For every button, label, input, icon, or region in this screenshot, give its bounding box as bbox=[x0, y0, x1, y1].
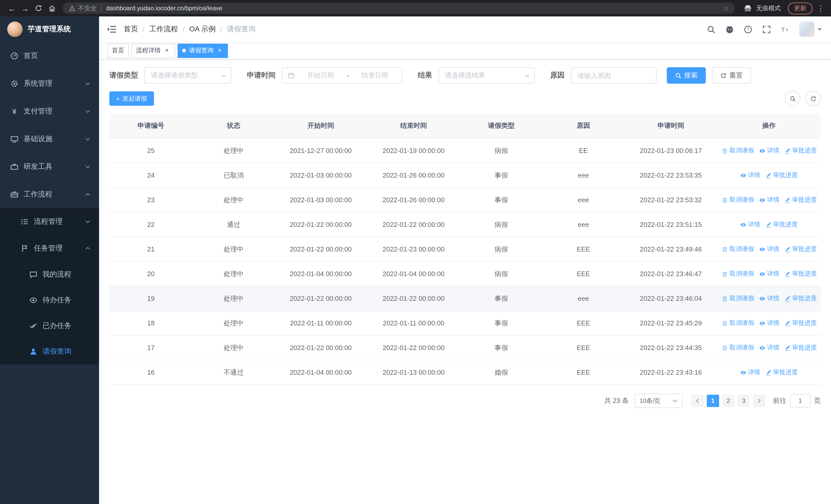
search-button[interactable]: 搜索 bbox=[667, 67, 706, 84]
close-icon[interactable]: × bbox=[216, 47, 223, 54]
goto-page-input[interactable] bbox=[790, 394, 810, 408]
action-label: 取消请假 bbox=[729, 319, 754, 327]
cancel-leave-link[interactable]: 取消请假 bbox=[722, 146, 754, 155]
refresh-table-button[interactable] bbox=[805, 91, 821, 106]
leave-type-select[interactable]: 请选择请假类型 bbox=[144, 67, 231, 84]
sidebar-item-label: 流程管理 bbox=[34, 217, 85, 226]
reset-button[interactable]: 重置 bbox=[712, 67, 751, 84]
cell-status: 通过 bbox=[193, 212, 275, 237]
fold-sidebar-icon[interactable] bbox=[106, 24, 116, 34]
browser-update-button[interactable]: 更新 bbox=[788, 2, 812, 14]
forward-button[interactable]: → bbox=[19, 2, 32, 15]
sidebar-item-my-processes[interactable]: 我的流程 bbox=[0, 262, 99, 288]
sidebar-item-home[interactable]: 首页 bbox=[0, 42, 99, 70]
detail-link[interactable]: 详情 bbox=[760, 269, 779, 278]
result-select[interactable]: 请选择流结果 bbox=[438, 67, 535, 84]
browser-menu-button[interactable]: ⋮ bbox=[815, 4, 826, 12]
detail-link[interactable]: 详情 bbox=[760, 146, 779, 155]
sidebar-item-infra[interactable]: 基础设施 bbox=[0, 125, 99, 153]
cancel-leave-link[interactable]: 取消请假 bbox=[722, 343, 754, 352]
action-label: 审批进度 bbox=[792, 196, 817, 204]
sidebar-item-devtools[interactable]: 研发工具 bbox=[0, 153, 99, 181]
create-leave-button[interactable]: + 发起请假 bbox=[109, 91, 154, 106]
cell-status: 处理中 bbox=[193, 286, 275, 311]
detail-link[interactable]: 详情 bbox=[740, 171, 760, 180]
cancel-leave-link[interactable]: 取消请假 bbox=[722, 196, 754, 204]
tab-home[interactable]: 首页 bbox=[107, 43, 129, 58]
home-button[interactable] bbox=[45, 2, 58, 15]
cancel-leave-link[interactable]: 取消请假 bbox=[722, 294, 754, 303]
page-button-1[interactable]: 1 bbox=[707, 395, 719, 407]
prev-page-button[interactable] bbox=[691, 395, 704, 407]
search-icon[interactable] bbox=[707, 25, 716, 34]
col-reason: 原因 bbox=[542, 113, 624, 138]
address-bar[interactable]: 不安全 dashboard.yudao.iocoder.cn/bpm/oa/le… bbox=[63, 3, 735, 14]
breadcrumb-oa-example[interactable]: OA 示例 bbox=[190, 25, 216, 34]
sidebar-item-leave-query[interactable]: 请假查询 bbox=[0, 339, 99, 364]
view-icon bbox=[760, 320, 766, 326]
active-dot bbox=[182, 49, 186, 52]
breadcrumb-workflow[interactable]: 工作流程 bbox=[149, 25, 178, 34]
breadcrumb-home[interactable]: 首页 bbox=[124, 25, 138, 34]
sidebar-item-todo-tasks[interactable]: 待办任务 bbox=[0, 288, 99, 313]
page-button-2[interactable]: 2 bbox=[722, 395, 735, 407]
action-label: 取消请假 bbox=[729, 343, 754, 352]
cell-leave-type: 事假 bbox=[460, 163, 542, 187]
approval-progress-link[interactable]: 审批进度 bbox=[765, 368, 798, 377]
security-chip[interactable]: 不安全 bbox=[69, 4, 96, 12]
tab-leave-query[interactable]: 请假查询 × bbox=[178, 43, 228, 58]
sidebar-item-done-tasks[interactable]: 已办任务 bbox=[0, 313, 99, 339]
cancel-leave-link[interactable]: 取消请假 bbox=[722, 269, 754, 278]
detail-link[interactable]: 详情 bbox=[760, 294, 779, 303]
cancel-leave-link[interactable]: 取消请假 bbox=[722, 319, 754, 327]
apply-time-range-picker[interactable]: 开始日期 - 结束日期 bbox=[282, 67, 402, 84]
col-actions: 操作 bbox=[717, 113, 821, 138]
detail-link[interactable]: 详情 bbox=[760, 196, 779, 204]
sidebar-item-task-mgmt[interactable]: 任务管理 bbox=[0, 235, 99, 262]
tab-process-detail[interactable]: 流程详情 × bbox=[132, 43, 175, 58]
approval-progress-link[interactable]: 审批进度 bbox=[784, 343, 817, 352]
sidebar-item-workflow[interactable]: 工作流程 bbox=[0, 181, 99, 208]
detail-link[interactable]: 详情 bbox=[760, 343, 779, 352]
approval-progress-link[interactable]: 审批进度 bbox=[784, 146, 817, 155]
sidebar-item-system[interactable]: 系统管理 bbox=[0, 70, 99, 97]
start-date-placeholder: 开始日期 bbox=[299, 71, 343, 80]
apply-time-label: 申请时间 bbox=[247, 71, 276, 80]
cell-reason: EEE bbox=[542, 237, 624, 262]
delete-icon bbox=[722, 148, 728, 154]
approval-progress-link[interactable]: 审批进度 bbox=[784, 294, 817, 303]
approval-progress-link[interactable]: 审批进度 bbox=[784, 245, 817, 254]
next-page-button[interactable] bbox=[753, 395, 765, 407]
cell-actions: 详情审批进度 bbox=[717, 360, 821, 385]
cell-reason: eee bbox=[542, 212, 624, 237]
fullscreen-icon[interactable] bbox=[762, 25, 771, 34]
approval-progress-link[interactable]: 审批进度 bbox=[784, 319, 817, 327]
cancel-leave-link[interactable]: 取消请假 bbox=[722, 245, 754, 254]
action-label: 审批进度 bbox=[792, 146, 817, 155]
page-size-select[interactable]: 10条/页 bbox=[635, 394, 683, 408]
approval-progress-link[interactable]: 审批进度 bbox=[765, 171, 798, 180]
font-size-icon[interactable]: TT bbox=[781, 25, 790, 34]
close-icon[interactable]: × bbox=[163, 47, 170, 54]
cell-end-time: 2022-01-22 00:00:00 bbox=[367, 335, 460, 360]
detail-link[interactable]: 详情 bbox=[740, 368, 760, 377]
back-button[interactable]: ← bbox=[5, 2, 19, 15]
approval-progress-link[interactable]: 审批进度 bbox=[784, 196, 817, 204]
detail-link[interactable]: 详情 bbox=[740, 220, 760, 229]
sidebar-logo[interactable]: 芋道管理系统 bbox=[0, 17, 99, 42]
reload-button[interactable] bbox=[32, 2, 45, 15]
help-icon[interactable]: ? bbox=[744, 25, 752, 34]
detail-link[interactable]: 详情 bbox=[760, 245, 779, 254]
page-button-3[interactable]: 3 bbox=[738, 395, 750, 407]
user-menu[interactable] bbox=[799, 22, 822, 37]
tab-label: 流程详情 bbox=[136, 46, 161, 55]
reason-input[interactable] bbox=[571, 67, 657, 84]
github-icon[interactable] bbox=[725, 25, 734, 34]
detail-link[interactable]: 详情 bbox=[760, 319, 779, 327]
sidebar-item-payment[interactable]: ¥ 支付管理 bbox=[0, 97, 99, 125]
approval-progress-link[interactable]: 审批进度 bbox=[765, 220, 798, 229]
bookmark-star-icon[interactable]: ☆ bbox=[723, 4, 729, 12]
approval-progress-link[interactable]: 审批进度 bbox=[784, 269, 817, 278]
toggle-search-button[interactable] bbox=[785, 91, 800, 106]
sidebar-item-process-mgmt[interactable]: 流程管理 bbox=[0, 208, 99, 235]
